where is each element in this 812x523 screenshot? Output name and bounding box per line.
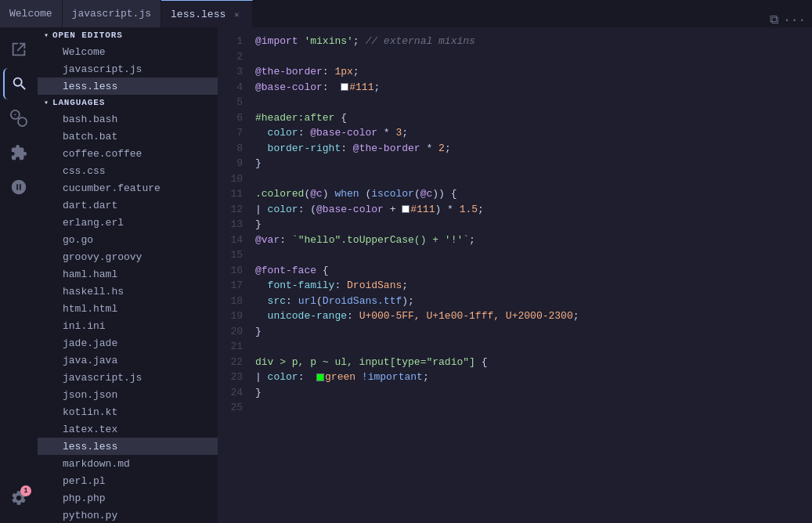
sidebar-item-welcome-label: Welcome bbox=[63, 46, 106, 58]
code-line-16: 16 @font-face { bbox=[218, 263, 812, 279]
sidebar-item-jade[interactable]: jade.jade bbox=[38, 334, 218, 352]
sidebar-item-kotlin-label: kotlin.kt bbox=[63, 406, 117, 418]
sidebar-item-java[interactable]: java.java bbox=[38, 352, 218, 369]
activity-extensions[interactable] bbox=[3, 137, 34, 168]
code-line-4: 4 @base-color: #111; bbox=[218, 80, 812, 96]
code-line-18: 18 src: url(DroidSans.ttf); bbox=[218, 294, 812, 309]
line-content-16: @font-face { bbox=[255, 263, 812, 279]
sidebar-item-welcome[interactable]: Welcome bbox=[38, 43, 218, 60]
activity-explorer[interactable] bbox=[3, 34, 34, 65]
activity-bar: 1 bbox=[0, 27, 38, 523]
line-num-8: 8 bbox=[218, 141, 255, 157]
line-content-10 bbox=[255, 171, 812, 187]
activity-debug[interactable] bbox=[3, 171, 34, 203]
line-content-19: unicode-range: U+000-5FF, U+1e00-1fff, U… bbox=[255, 308, 812, 324]
sidebar-item-batch-label: batch.bat bbox=[63, 131, 117, 142]
sidebar-item-javascript[interactable]: javascript.js bbox=[38, 369, 218, 386]
line-num-3: 3 bbox=[218, 64, 255, 80]
line-content-2 bbox=[255, 49, 812, 65]
line-num-2: 2 bbox=[218, 49, 255, 65]
code-line-15: 15 bbox=[218, 247, 812, 263]
sidebar-item-less-open-label: less.less bbox=[63, 81, 117, 92]
code-line-1: 1 @import 'mixins'; // external mixins bbox=[218, 34, 812, 49]
tab-less-close[interactable]: ✕ bbox=[230, 8, 243, 20]
tab-bar: Welcome javascript.js less.less ✕ ⧉ ··· bbox=[0, 0, 812, 27]
languages-arrow: ▾ bbox=[44, 98, 49, 107]
sidebar-item-haml-label: haml.haml bbox=[63, 269, 117, 280]
open-editors-label: OPEN EDITORS bbox=[52, 31, 123, 40]
sidebar-item-groovy-label: groovy.groovy bbox=[63, 251, 142, 263]
sidebar-item-java-label: java.java bbox=[63, 355, 117, 366]
code-line-8: 8 border-right: @the-border * 2; bbox=[218, 141, 812, 157]
sidebar-item-javascript-label: javascript.js bbox=[63, 372, 142, 384]
sidebar-item-erlang[interactable]: erlang.erl bbox=[38, 214, 218, 231]
code-line-17: 17 font-family: DroidSans; bbox=[218, 278, 812, 294]
sidebar-item-ini[interactable]: ini.ini bbox=[38, 317, 218, 334]
main-layout: 1 ▾ OPEN EDITORS Welcome javascript.js l… bbox=[0, 27, 812, 523]
code-line-24: 24 } bbox=[218, 385, 812, 401]
sidebar-item-jade-label: jade.jade bbox=[63, 337, 117, 349]
line-num-10: 10 bbox=[218, 171, 255, 187]
languages-header[interactable]: ▾ LANGUAGES bbox=[38, 95, 218, 110]
sidebar-item-html-label: html.html bbox=[63, 303, 117, 315]
sidebar-item-less[interactable]: less.less bbox=[38, 438, 218, 455]
code-line-23: 23 | color: green !important; bbox=[218, 370, 812, 385]
sidebar-item-coffee[interactable]: coffee.coffee bbox=[38, 145, 218, 162]
more-actions-icon[interactable]: ··· bbox=[783, 13, 806, 27]
line-num-19: 19 bbox=[218, 308, 255, 324]
tab-javascript[interactable]: javascript.js bbox=[63, 0, 161, 27]
activity-search[interactable] bbox=[3, 68, 34, 99]
sidebar-item-python[interactable]: python.py bbox=[38, 507, 218, 523]
line-num-24: 24 bbox=[218, 385, 255, 401]
editor[interactable]: 1 @import 'mixins'; // external mixins 2… bbox=[218, 27, 812, 523]
sidebar-item-dart[interactable]: dart.dart bbox=[38, 197, 218, 214]
sidebar-item-kotlin[interactable]: kotlin.kt bbox=[38, 403, 218, 420]
sidebar-item-ini-label: ini.ini bbox=[63, 320, 106, 332]
code-line-25: 25 bbox=[218, 400, 812, 416]
sidebar-item-latex[interactable]: latex.tex bbox=[38, 420, 218, 438]
sidebar-item-php[interactable]: php.php bbox=[38, 489, 218, 507]
line-num-14: 14 bbox=[218, 233, 255, 248]
sidebar-item-css[interactable]: css.css bbox=[38, 162, 218, 179]
activity-bottom: 1 bbox=[3, 482, 34, 517]
line-content-25 bbox=[255, 400, 812, 416]
line-num-9: 9 bbox=[218, 156, 255, 171]
line-content-8: border-right: @the-border * 2; bbox=[255, 141, 812, 157]
line-content-6: #header:after { bbox=[255, 110, 812, 126]
activity-settings[interactable]: 1 bbox=[3, 482, 34, 514]
line-content-9: } bbox=[255, 156, 812, 171]
sidebar-item-perl[interactable]: perl.pl bbox=[38, 472, 218, 489]
notification-badge: 1 bbox=[20, 485, 31, 496]
line-num-23: 23 bbox=[218, 370, 255, 385]
sidebar-item-javascript-open[interactable]: javascript.js bbox=[38, 60, 218, 78]
split-editor-icon[interactable]: ⧉ bbox=[770, 13, 778, 27]
sidebar-item-batch[interactable]: batch.bat bbox=[38, 128, 218, 145]
sidebar-item-go[interactable]: go.go bbox=[38, 231, 218, 248]
sidebar-item-haskell-label: haskell.hs bbox=[63, 286, 124, 298]
sidebar-item-go-label: go.go bbox=[63, 234, 93, 246]
code-line-6: 6 #header:after { bbox=[218, 110, 812, 126]
sidebar-item-json[interactable]: json.json bbox=[38, 386, 218, 403]
line-content-15 bbox=[255, 247, 812, 263]
sidebar-item-haml[interactable]: haml.haml bbox=[38, 265, 218, 283]
sidebar-item-html[interactable]: html.html bbox=[38, 300, 218, 317]
line-content-4: @base-color: #111; bbox=[255, 80, 812, 96]
open-editors-header[interactable]: ▾ OPEN EDITORS bbox=[38, 27, 218, 43]
tab-welcome[interactable]: Welcome bbox=[0, 0, 63, 27]
sidebar-item-cucumber[interactable]: cucumber.feature bbox=[38, 179, 218, 197]
line-num-5: 5 bbox=[218, 95, 255, 110]
sidebar-item-bash[interactable]: bash.bash bbox=[38, 110, 218, 128]
sidebar-item-php-label: php.php bbox=[63, 492, 106, 504]
sidebar-item-cucumber-label: cucumber.feature bbox=[63, 182, 161, 194]
sidebar-item-less-open[interactable]: less.less bbox=[38, 78, 218, 95]
sidebar-item-haskell[interactable]: haskell.hs bbox=[38, 283, 218, 300]
sidebar-item-groovy[interactable]: groovy.groovy bbox=[38, 248, 218, 265]
activity-source-control[interactable] bbox=[3, 103, 34, 134]
languages-label: LANGUAGES bbox=[52, 98, 105, 107]
tab-less[interactable]: less.less ✕ bbox=[161, 0, 253, 27]
sidebar-item-python-label: python.py bbox=[63, 510, 117, 521]
sidebar-item-markdown[interactable]: markdown.md bbox=[38, 455, 218, 472]
sidebar-item-less-label: less.less bbox=[63, 441, 117, 453]
line-content-24: } bbox=[255, 385, 812, 401]
code-line-19: 19 unicode-range: U+000-5FF, U+1e00-1fff… bbox=[218, 308, 812, 324]
